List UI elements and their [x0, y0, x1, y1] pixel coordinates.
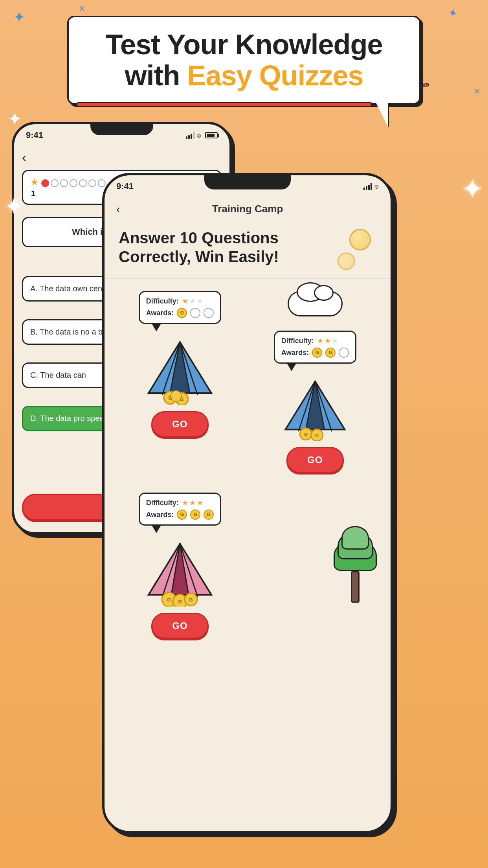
back-phone-notch: [90, 124, 153, 135]
camp-1-left: Difficulty: ★ ★ ★ Awards: G: [116, 291, 244, 437]
svg-text:G: G: [168, 395, 172, 401]
go-button-3[interactable]: GO: [151, 613, 208, 639]
awards-label-2: Awards:: [281, 349, 309, 357]
star-filled-1: ★: [30, 177, 39, 188]
svg-text:G: G: [180, 397, 183, 402]
header-banner: Test Your Knowledge with Easy Quizzes: [67, 16, 421, 105]
awards-row-3: Awards: G G G: [146, 509, 214, 520]
front-nav-title: Training Camp: [212, 203, 283, 215]
award-coin-3-2: G: [190, 509, 200, 520]
star-3-1: ★: [182, 498, 188, 507]
tent-1: G G: [141, 334, 219, 405]
difficulty-label-2: Difficulty:: [281, 337, 314, 345]
award-coin-1-3: [204, 308, 214, 318]
sparkle-stars-right: ✕: [473, 86, 480, 96]
svg-text:G: G: [304, 432, 308, 437]
front-phone-notch: [204, 175, 291, 189]
front-phone: 9:41 ⌾ ‹ Training Camp Answer 10 Questio…: [102, 173, 393, 833]
dot-4: [70, 179, 77, 187]
difficulty-row-2: Difficulty: ★ ★ ★: [281, 337, 349, 345]
difficulty-badge-2: Difficulty: ★ ★ ★ Awards: G G: [274, 331, 357, 364]
star-3-2: ★: [189, 498, 196, 507]
banner-title-line2: with Easy Quizzes: [88, 60, 400, 91]
difficulty-badge-3: Difficulty: ★ ★ ★ Awards: G G G: [139, 493, 222, 526]
go-button-1[interactable]: GO: [151, 411, 208, 437]
award-coin-2-2: G: [325, 348, 336, 358]
sparkle-top-left: ✦: [14, 10, 24, 25]
award-coin-2-3: [339, 348, 349, 358]
award-coin-3-1: G: [177, 509, 187, 520]
svg-text:G: G: [315, 433, 319, 438]
star-1-1: ★: [182, 297, 188, 305]
tent-2: G G: [278, 374, 352, 441]
award-coin-3-3: G: [204, 509, 214, 520]
big-sparkle-left: ✦: [4, 193, 24, 220]
banner-title-line1: Test Your Knowledge: [88, 29, 400, 60]
stars-3: ★ ★ ★: [182, 498, 203, 507]
banner-highlight: Easy Quizzes: [187, 60, 363, 91]
camp-1-right: Difficulty: ★ ★ ★ Awards: G G: [251, 291, 379, 473]
back-status-icons: ⌾: [186, 131, 218, 140]
back-time: 9:41: [26, 130, 43, 140]
awards-row-1: Awards: G: [146, 308, 214, 318]
sparkle-top-right: ✦: [448, 7, 458, 20]
back-battery: [205, 132, 218, 138]
tree-front: [332, 524, 379, 603]
difficulty-label-1: Difficulty:: [146, 297, 179, 305]
difficulty-row-3: Difficulty: ★ ★ ★: [146, 498, 214, 507]
camp-2-right: [251, 493, 379, 611]
big-sparkle-right: ✦: [461, 173, 484, 205]
front-phone-content: ‹ Training Camp Answer 10 Questions Corr…: [105, 197, 391, 831]
star-3-3: ★: [197, 498, 203, 507]
award-coin-2-1: G: [312, 348, 322, 358]
dot-3: [60, 179, 68, 187]
front-wifi-icon: ⌾: [374, 182, 379, 191]
difficulty-badge-1: Difficulty: ★ ★ ★ Awards: G: [139, 291, 222, 324]
svg-text:G: G: [167, 597, 171, 603]
scroll-area: Difficulty: ★ ★ ★ Awards: G: [105, 279, 391, 651]
awards-label-1: Awards:: [146, 309, 174, 317]
front-status-icons: ⌾: [363, 182, 379, 191]
star-2-2: ★: [325, 337, 331, 345]
star-1-2: ★: [189, 297, 196, 305]
difficulty-row-1: Difficulty: ★ ★ ★: [146, 297, 214, 305]
tent-3: G G G: [141, 536, 219, 607]
progress-bar: [41, 179, 106, 187]
progress-label-1: 1: [31, 189, 35, 198]
camp-2-left: Difficulty: ★ ★ ★ Awards: G G G: [116, 493, 244, 639]
hero-section: Answer 10 Questions Correctly, Win Easil…: [105, 221, 391, 278]
go-button-2[interactable]: GO: [286, 447, 343, 473]
back-phone-back-nav[interactable]: ‹: [22, 150, 26, 165]
star-2-3: ★: [332, 337, 338, 345]
cloud-front-1: [288, 291, 343, 316]
svg-text:G: G: [178, 599, 182, 605]
hero-coin-2: [338, 252, 355, 270]
back-wifi-icon: ⌾: [197, 131, 201, 140]
dot-2: [51, 179, 59, 187]
sparkle-stars-top: ✕: [79, 4, 85, 13]
dot-6: [88, 179, 96, 187]
award-coin-1-2: [190, 308, 200, 318]
hero-title-line1: Answer 10 Questions: [119, 228, 376, 247]
front-signal: [363, 183, 372, 190]
camp-row-1: Difficulty: ★ ★ ★ Awards: G: [116, 291, 379, 473]
stars-2: ★ ★ ★: [317, 337, 338, 345]
front-back-arrow[interactable]: ‹: [116, 202, 120, 216]
svg-text:G: G: [189, 597, 193, 603]
camp-row-2: Difficulty: ★ ★ ★ Awards: G G G: [116, 493, 379, 639]
difficulty-label-3: Difficulty:: [146, 499, 179, 507]
dot-5: [79, 179, 87, 187]
star-1-3: ★: [197, 297, 203, 305]
front-time: 9:41: [116, 181, 134, 191]
awards-row-2: Awards: G G: [281, 348, 349, 358]
dot-1: [41, 179, 49, 187]
awards-label-3: Awards:: [146, 511, 174, 519]
stars-1: ★ ★ ★: [182, 297, 203, 305]
banner-red-accent: [77, 102, 372, 107]
hero-coin-1: [349, 229, 371, 250]
banner-plain: with: [125, 60, 187, 91]
star-2-1: ★: [317, 337, 323, 345]
award-coin-1-1: G: [177, 308, 187, 318]
back-signal: [186, 132, 194, 139]
front-nav: ‹ Training Camp: [105, 197, 391, 221]
